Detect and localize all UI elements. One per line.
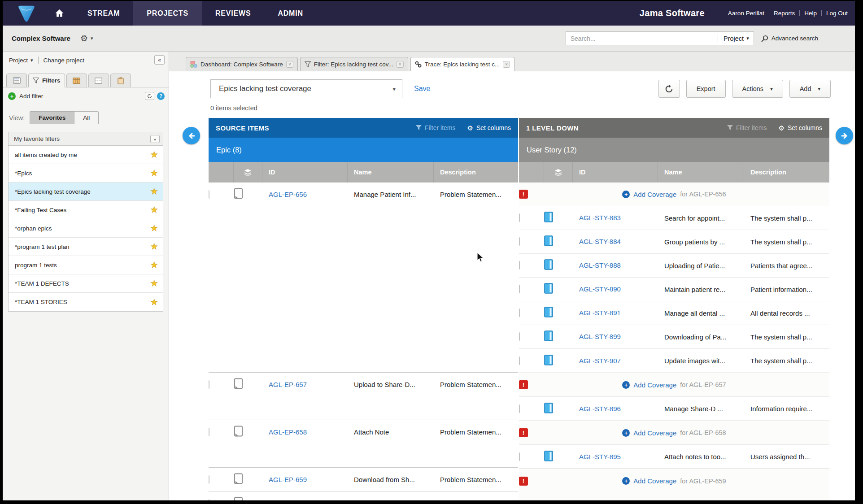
filter-items-button[interactable]: Filter items	[416, 124, 455, 131]
search-input[interactable]	[571, 35, 712, 42]
tab-trace[interactable]: Trace: Epics lacking test c... ×	[410, 57, 515, 71]
filter-item[interactable]: *TEAM 1 DEFECTS★	[9, 274, 163, 293]
favorite-star-icon[interactable]: ★	[151, 151, 158, 159]
search-scope-dropdown[interactable]: Project ▾	[724, 35, 749, 42]
row-checkbox[interactable]	[519, 261, 520, 269]
actions-button[interactable]: Actions ▾	[732, 80, 783, 98]
row-checkbox[interactable]	[519, 285, 520, 293]
user-name-link[interactable]: Aaron Perillat	[728, 10, 764, 17]
reports-link[interactable]: Reports	[774, 10, 795, 17]
id-column-header[interactable]: ID	[262, 162, 348, 182]
table-row[interactable]: AGL-STY-883 Search for appoint... The sy…	[519, 206, 829, 230]
name-column-header[interactable]: Name	[658, 162, 744, 182]
help-link[interactable]: Help	[804, 10, 817, 17]
add-coverage-link[interactable]: +Add Coverage	[622, 191, 676, 198]
change-project-link[interactable]: Change project	[44, 57, 85, 64]
row-checkbox[interactable]	[209, 499, 209, 501]
tab-baselines[interactable]	[88, 74, 109, 87]
favorite-star-icon[interactable]: ★	[151, 261, 158, 269]
nav-item-reviews[interactable]: REVIEWS	[202, 1, 264, 26]
export-button[interactable]: Export	[686, 80, 726, 98]
row-checkbox[interactable]	[519, 213, 520, 222]
filter-item[interactable]: *Failing Test Cases★	[9, 201, 163, 219]
item-id-link[interactable]: AGL-EP-659	[269, 476, 307, 483]
home-button[interactable]	[45, 1, 74, 26]
item-id-link[interactable]: AGL-STY-883	[579, 214, 621, 222]
filter-item[interactable]: all items created by me★	[9, 146, 163, 164]
row-checkbox[interactable]	[209, 475, 209, 484]
filter-items-button[interactable]: Filter items	[727, 124, 767, 131]
filter-item[interactable]: program 1 tests★	[9, 256, 163, 274]
filter-item-selected[interactable]: *Epics lacking test coverage★	[9, 182, 163, 201]
row-checkbox[interactable]	[209, 190, 209, 199]
favorite-star-icon[interactable]: ★	[151, 187, 158, 196]
item-id-link[interactable]: AGL-STY-907	[579, 357, 621, 365]
sync-filters-icon[interactable]	[145, 92, 154, 100]
favorite-star-icon[interactable]: ★	[151, 224, 158, 232]
item-id-link[interactable]: AGL-EP-658	[269, 428, 307, 436]
favorite-star-icon[interactable]: ★	[151, 298, 158, 306]
collapse-sidebar-button[interactable]: «	[154, 55, 165, 65]
row-checkbox[interactable]	[519, 356, 520, 365]
tab-explorer[interactable]	[6, 74, 27, 87]
row-checkbox[interactable]	[209, 428, 209, 436]
item-type-column-header[interactable]	[544, 162, 573, 182]
item-id-link[interactable]: AGL-STY-899	[579, 333, 621, 340]
project-settings-button[interactable]: ⚙▾	[80, 34, 93, 43]
id-column-header[interactable]: ID	[573, 162, 658, 182]
item-type-column-header[interactable]	[234, 162, 262, 182]
table-row[interactable]: AGL-STY-907 Update images wit... The sys…	[519, 349, 829, 373]
set-columns-button[interactable]: ⚙ Set columns	[467, 124, 511, 131]
table-row[interactable]: AGL-STY-899 Downloading of Pa... The sys…	[519, 325, 829, 349]
table-row[interactable]: AGL-STY-888 Uploading of Patie... Patien…	[519, 254, 829, 278]
item-id-link[interactable]: AGL-EP-656	[269, 191, 307, 198]
tab-table[interactable]	[66, 74, 87, 87]
add-coverage-link[interactable]: +Add Coverage	[622, 381, 676, 389]
add-coverage-link[interactable]: +Add Coverage	[622, 429, 676, 437]
favorite-star-icon[interactable]: ★	[151, 206, 158, 214]
item-id-link[interactable]: AGL-STY-895	[579, 453, 621, 461]
favorite-star-icon[interactable]: ★	[151, 169, 158, 177]
sidebar-project-menu[interactable]: Project ▾	[9, 57, 33, 64]
item-id-link[interactable]: AGL-EP-661	[269, 500, 307, 501]
close-icon[interactable]: ×	[286, 61, 293, 68]
table-row[interactable]: AGL-EP-661 Schedule Patient Problem Stat…	[209, 491, 518, 500]
tab-releases[interactable]	[110, 74, 131, 87]
collapse-favorites-button[interactable]: ▴	[150, 135, 160, 143]
help-icon[interactable]: ?	[157, 92, 165, 100]
row-checkbox[interactable]	[519, 332, 520, 341]
nav-item-stream[interactable]: STREAM	[74, 1, 133, 26]
description-column-header[interactable]: Description	[744, 162, 829, 182]
table-row[interactable]: AGL-STY-891 Manage all dental ... All de…	[519, 301, 829, 325]
row-checkbox[interactable]	[519, 452, 520, 461]
table-row[interactable]: AGL-EP-659 Download from Sh... Problem S…	[209, 468, 518, 491]
item-id-link[interactable]: AGL-STY-890	[579, 285, 621, 293]
table-row[interactable]: AGL-EP-656 Manage Patient Inf... Problem…	[209, 182, 518, 373]
favorite-star-icon[interactable]: ★	[151, 243, 158, 251]
table-row[interactable]: AGL-STY-890 Maintain patient re... Patie…	[519, 278, 829, 301]
row-checkbox[interactable]	[519, 404, 520, 413]
save-button[interactable]: Save	[414, 85, 430, 93]
description-column-header[interactable]: Description	[434, 162, 518, 182]
trace-filter-dropdown[interactable]: Epics lacking test coverage ▾	[210, 79, 402, 98]
refresh-button[interactable]	[658, 80, 680, 98]
add-coverage-link[interactable]: +Add Coverage	[622, 477, 676, 485]
table-row[interactable]: AGL-STY-895 Attach notes to too... Users…	[519, 445, 829, 469]
logout-link[interactable]: Log Out	[826, 10, 848, 17]
tab-dashboard[interactable]: Dashboard: Complex Software ×	[186, 57, 298, 71]
close-icon[interactable]: ×	[503, 61, 510, 68]
row-checkbox[interactable]	[209, 380, 209, 389]
add-filter-button[interactable]: Add filter	[19, 93, 43, 100]
table-row[interactable]: AGL-EP-657 Upload to Share-D... Problem …	[209, 373, 518, 420]
row-checkbox[interactable]	[519, 308, 520, 317]
row-checkbox[interactable]	[519, 237, 520, 246]
item-id-link[interactable]: AGL-STY-888	[579, 261, 621, 269]
item-id-link[interactable]: AGL-STY-884	[579, 238, 621, 245]
name-column-header[interactable]: Name	[348, 162, 434, 182]
tab-filter[interactable]: Filter: Epics lacking test cov... ×	[300, 57, 408, 71]
filter-item[interactable]: *orphan epics★	[9, 219, 163, 238]
filter-item[interactable]: *program 1 test plan★	[9, 238, 163, 256]
scroll-right-button[interactable]	[836, 127, 853, 144]
table-row[interactable]: AGL-EP-658 Attach Note Problem Statemen.…	[209, 420, 518, 468]
view-all-button[interactable]: All	[74, 112, 98, 124]
